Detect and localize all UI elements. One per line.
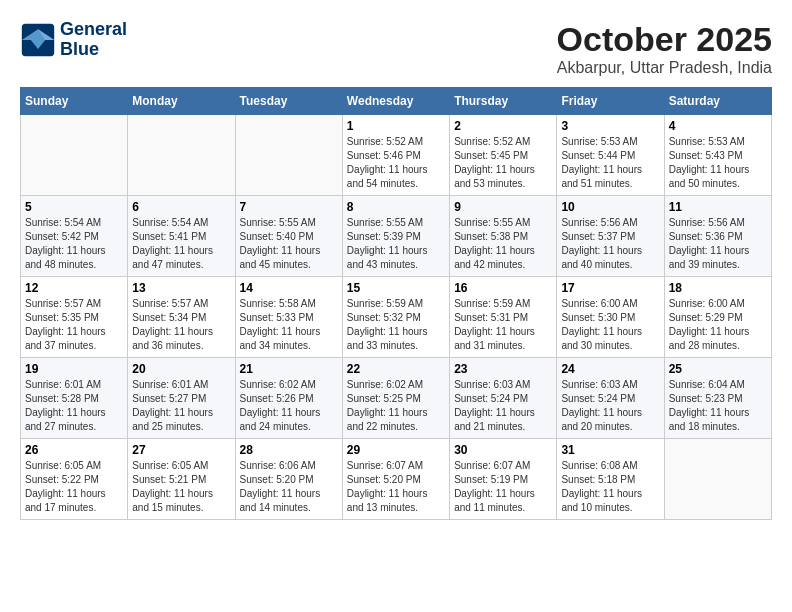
- weekday-header: Tuesday: [235, 88, 342, 115]
- calendar-day: 9Sunrise: 5:55 AM Sunset: 5:38 PM Daylig…: [450, 196, 557, 277]
- day-info: Sunrise: 5:57 AM Sunset: 5:35 PM Dayligh…: [25, 297, 123, 353]
- calendar-week-row: 1Sunrise: 5:52 AM Sunset: 5:46 PM Daylig…: [21, 115, 772, 196]
- weekday-header: Wednesday: [342, 88, 449, 115]
- day-number: 9: [454, 200, 552, 214]
- calendar-empty: [664, 439, 771, 520]
- day-info: Sunrise: 6:05 AM Sunset: 5:22 PM Dayligh…: [25, 459, 123, 515]
- calendar-day: 19Sunrise: 6:01 AM Sunset: 5:28 PM Dayli…: [21, 358, 128, 439]
- calendar-day: 26Sunrise: 6:05 AM Sunset: 5:22 PM Dayli…: [21, 439, 128, 520]
- day-number: 15: [347, 281, 445, 295]
- day-info: Sunrise: 6:00 AM Sunset: 5:29 PM Dayligh…: [669, 297, 767, 353]
- day-number: 30: [454, 443, 552, 457]
- day-number: 27: [132, 443, 230, 457]
- calendar-day: 6Sunrise: 5:54 AM Sunset: 5:41 PM Daylig…: [128, 196, 235, 277]
- day-info: Sunrise: 6:03 AM Sunset: 5:24 PM Dayligh…: [454, 378, 552, 434]
- weekday-header: Saturday: [664, 88, 771, 115]
- calendar-day: 15Sunrise: 5:59 AM Sunset: 5:32 PM Dayli…: [342, 277, 449, 358]
- day-info: Sunrise: 6:01 AM Sunset: 5:27 PM Dayligh…: [132, 378, 230, 434]
- day-number: 20: [132, 362, 230, 376]
- calendar-day: 28Sunrise: 6:06 AM Sunset: 5:20 PM Dayli…: [235, 439, 342, 520]
- calendar-header-row: SundayMondayTuesdayWednesdayThursdayFrid…: [21, 88, 772, 115]
- calendar-day: 5Sunrise: 5:54 AM Sunset: 5:42 PM Daylig…: [21, 196, 128, 277]
- location-title: Akbarpur, Uttar Pradesh, India: [557, 59, 772, 77]
- calendar-day: 18Sunrise: 6:00 AM Sunset: 5:29 PM Dayli…: [664, 277, 771, 358]
- day-info: Sunrise: 5:53 AM Sunset: 5:44 PM Dayligh…: [561, 135, 659, 191]
- calendar-day: 17Sunrise: 6:00 AM Sunset: 5:30 PM Dayli…: [557, 277, 664, 358]
- day-number: 8: [347, 200, 445, 214]
- day-info: Sunrise: 6:06 AM Sunset: 5:20 PM Dayligh…: [240, 459, 338, 515]
- day-info: Sunrise: 5:54 AM Sunset: 5:41 PM Dayligh…: [132, 216, 230, 272]
- day-number: 28: [240, 443, 338, 457]
- day-info: Sunrise: 5:59 AM Sunset: 5:32 PM Dayligh…: [347, 297, 445, 353]
- calendar-day: 11Sunrise: 5:56 AM Sunset: 5:36 PM Dayli…: [664, 196, 771, 277]
- calendar-day: 4Sunrise: 5:53 AM Sunset: 5:43 PM Daylig…: [664, 115, 771, 196]
- day-number: 29: [347, 443, 445, 457]
- calendar-empty: [128, 115, 235, 196]
- day-info: Sunrise: 5:56 AM Sunset: 5:36 PM Dayligh…: [669, 216, 767, 272]
- day-number: 26: [25, 443, 123, 457]
- day-info: Sunrise: 6:02 AM Sunset: 5:26 PM Dayligh…: [240, 378, 338, 434]
- calendar-day: 8Sunrise: 5:55 AM Sunset: 5:39 PM Daylig…: [342, 196, 449, 277]
- day-number: 6: [132, 200, 230, 214]
- calendar-day: 29Sunrise: 6:07 AM Sunset: 5:20 PM Dayli…: [342, 439, 449, 520]
- calendar-empty: [21, 115, 128, 196]
- calendar-day: 31Sunrise: 6:08 AM Sunset: 5:18 PM Dayli…: [557, 439, 664, 520]
- calendar-day: 16Sunrise: 5:59 AM Sunset: 5:31 PM Dayli…: [450, 277, 557, 358]
- calendar-day: 2Sunrise: 5:52 AM Sunset: 5:45 PM Daylig…: [450, 115, 557, 196]
- calendar-day: 24Sunrise: 6:03 AM Sunset: 5:24 PM Dayli…: [557, 358, 664, 439]
- day-number: 21: [240, 362, 338, 376]
- calendar-week-row: 12Sunrise: 5:57 AM Sunset: 5:35 PM Dayli…: [21, 277, 772, 358]
- day-number: 7: [240, 200, 338, 214]
- day-info: Sunrise: 6:07 AM Sunset: 5:19 PM Dayligh…: [454, 459, 552, 515]
- day-number: 18: [669, 281, 767, 295]
- day-number: 17: [561, 281, 659, 295]
- calendar-week-row: 26Sunrise: 6:05 AM Sunset: 5:22 PM Dayli…: [21, 439, 772, 520]
- day-number: 4: [669, 119, 767, 133]
- weekday-header: Monday: [128, 88, 235, 115]
- calendar-week-row: 5Sunrise: 5:54 AM Sunset: 5:42 PM Daylig…: [21, 196, 772, 277]
- day-number: 10: [561, 200, 659, 214]
- calendar-day: 30Sunrise: 6:07 AM Sunset: 5:19 PM Dayli…: [450, 439, 557, 520]
- calendar-day: 27Sunrise: 6:05 AM Sunset: 5:21 PM Dayli…: [128, 439, 235, 520]
- calendar-day: 10Sunrise: 5:56 AM Sunset: 5:37 PM Dayli…: [557, 196, 664, 277]
- day-number: 24: [561, 362, 659, 376]
- day-info: Sunrise: 5:54 AM Sunset: 5:42 PM Dayligh…: [25, 216, 123, 272]
- day-info: Sunrise: 5:52 AM Sunset: 5:45 PM Dayligh…: [454, 135, 552, 191]
- day-number: 23: [454, 362, 552, 376]
- day-info: Sunrise: 6:00 AM Sunset: 5:30 PM Dayligh…: [561, 297, 659, 353]
- calendar-day: 7Sunrise: 5:55 AM Sunset: 5:40 PM Daylig…: [235, 196, 342, 277]
- day-number: 25: [669, 362, 767, 376]
- day-number: 14: [240, 281, 338, 295]
- calendar-day: 25Sunrise: 6:04 AM Sunset: 5:23 PM Dayli…: [664, 358, 771, 439]
- day-info: Sunrise: 6:05 AM Sunset: 5:21 PM Dayligh…: [132, 459, 230, 515]
- day-info: Sunrise: 5:59 AM Sunset: 5:31 PM Dayligh…: [454, 297, 552, 353]
- day-number: 5: [25, 200, 123, 214]
- calendar-day: 3Sunrise: 5:53 AM Sunset: 5:44 PM Daylig…: [557, 115, 664, 196]
- day-info: Sunrise: 5:55 AM Sunset: 5:39 PM Dayligh…: [347, 216, 445, 272]
- calendar-empty: [235, 115, 342, 196]
- day-info: Sunrise: 5:57 AM Sunset: 5:34 PM Dayligh…: [132, 297, 230, 353]
- day-number: 22: [347, 362, 445, 376]
- day-info: Sunrise: 6:08 AM Sunset: 5:18 PM Dayligh…: [561, 459, 659, 515]
- day-info: Sunrise: 5:56 AM Sunset: 5:37 PM Dayligh…: [561, 216, 659, 272]
- day-info: Sunrise: 6:04 AM Sunset: 5:23 PM Dayligh…: [669, 378, 767, 434]
- day-number: 3: [561, 119, 659, 133]
- day-number: 19: [25, 362, 123, 376]
- weekday-header: Sunday: [21, 88, 128, 115]
- weekday-header: Friday: [557, 88, 664, 115]
- day-number: 12: [25, 281, 123, 295]
- logo: General Blue: [20, 20, 127, 60]
- calendar-day: 12Sunrise: 5:57 AM Sunset: 5:35 PM Dayli…: [21, 277, 128, 358]
- day-number: 16: [454, 281, 552, 295]
- weekday-header: Thursday: [450, 88, 557, 115]
- day-info: Sunrise: 5:52 AM Sunset: 5:46 PM Dayligh…: [347, 135, 445, 191]
- calendar-day: 22Sunrise: 6:02 AM Sunset: 5:25 PM Dayli…: [342, 358, 449, 439]
- calendar-day: 14Sunrise: 5:58 AM Sunset: 5:33 PM Dayli…: [235, 277, 342, 358]
- calendar-day: 1Sunrise: 5:52 AM Sunset: 5:46 PM Daylig…: [342, 115, 449, 196]
- month-title: October 2025: [557, 20, 772, 59]
- calendar-day: 20Sunrise: 6:01 AM Sunset: 5:27 PM Dayli…: [128, 358, 235, 439]
- calendar-week-row: 19Sunrise: 6:01 AM Sunset: 5:28 PM Dayli…: [21, 358, 772, 439]
- day-info: Sunrise: 6:03 AM Sunset: 5:24 PM Dayligh…: [561, 378, 659, 434]
- calendar-day: 13Sunrise: 5:57 AM Sunset: 5:34 PM Dayli…: [128, 277, 235, 358]
- day-number: 13: [132, 281, 230, 295]
